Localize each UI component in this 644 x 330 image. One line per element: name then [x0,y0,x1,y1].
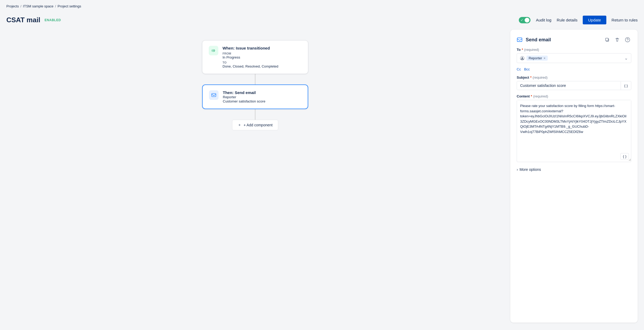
content-field: Please rate your satisfaction score by f… [517,100,631,162]
svg-rect-4 [606,38,608,41]
breadcrumb-settings[interactable]: Project settings [58,4,81,8]
toggle-check-icon: ✓ [521,18,523,22]
more-options-label: More options [520,167,541,172]
to-dropdown-arrow[interactable]: ⌄ [624,56,628,61]
panel-actions [604,36,631,43]
duplicate-icon [605,37,610,42]
email-action-icon [211,92,216,98]
return-to-rules-button[interactable]: Return to rules [612,16,638,24]
add-component-label: + Add component [243,123,272,127]
action-subject: Customer satisfaction score [223,99,265,103]
bcc-link[interactable]: Bcc [524,67,530,71]
transition-icon [211,48,216,53]
subject-template-button[interactable]: { } [621,82,631,90]
more-options-toggle[interactable]: › More options [517,166,631,173]
svg-point-5 [625,38,630,42]
cc-link[interactable]: Cc [517,67,521,71]
action-title: Then: Send email [223,90,265,95]
content-field-group: Content * (required) Please rate your sa… [517,94,631,162]
content-template-button[interactable]: { } [620,153,629,160]
chevron-right-icon: › [517,167,518,172]
page-header: CSAT mail ENABLED ✓ Audit log Rule detai… [0,12,644,30]
help-button[interactable] [624,36,631,43]
svg-point-8 [522,57,523,58]
panel-title: Send email [526,37,601,43]
trigger-node-info: When: Issue transitioned FROM In Progres… [223,46,278,68]
duplicate-button[interactable] [604,36,611,43]
content-field-label: Content * (required) [517,94,631,98]
reporter-tag: Reporter × [526,56,548,61]
breadcrumb-projects[interactable]: Projects [6,4,19,8]
breadcrumb-itsm[interactable]: ITSM sample space [23,4,54,8]
page-title: CSAT mail [6,16,40,24]
svg-point-0 [213,50,214,51]
enabled-toggle[interactable]: ✓ [519,17,530,23]
reporter-avatar-icon [520,56,524,60]
add-component-button[interactable]: ＋ + Add component [232,120,278,130]
to-field-group: To * (required) Reporter × ⌄ [517,48,631,63]
plus-icon: ＋ [238,123,241,127]
breadcrumb-sep-1: / [20,4,21,8]
cc-bcc-links: Cc Bcc [517,67,631,71]
trigger-node[interactable]: When: Issue transitioned FROM In Progres… [202,40,308,74]
canvas: When: Issue transitioned FROM In Progres… [6,30,504,328]
to-field[interactable]: Reporter × ⌄ [517,53,631,63]
update-button[interactable]: Update [583,16,606,24]
trigger-icon-wrap [209,46,218,55]
from-label: FROM [223,52,278,55]
trigger-title: When: Issue transitioned [223,46,278,50]
panel-header: Send email [517,36,631,43]
action-recipient: Reporter [223,95,265,99]
remove-reporter-button[interactable]: × [544,56,546,60]
audit-log-link[interactable]: Audit log [536,18,551,22]
breadcrumb: Projects / ITSM sample space / Project s… [0,0,644,12]
to-label: TO [223,61,278,64]
panel-email-icon [517,37,523,43]
subject-field: { } [517,81,631,90]
rule-details-link[interactable]: Rule details [557,18,577,22]
subject-field-label: Subject * (required) [517,75,631,79]
connector-line-2 [255,109,255,120]
action-icon-wrap [209,90,219,100]
help-icon [625,37,630,42]
subject-field-group: Subject * (required) { } [517,75,631,90]
action-node[interactable]: Then: Send email Reporter Customer satis… [202,84,308,109]
enabled-badge: ENABLED [45,18,61,22]
breadcrumb-sep-2: / [55,4,56,8]
to-field-inner: Reporter × [520,56,548,61]
side-panel: Send email [510,30,638,323]
reporter-label: Reporter [529,56,542,60]
svg-rect-1 [212,93,216,97]
main-content: When: Issue transitioned FROM In Progres… [0,30,644,328]
delete-button[interactable] [614,36,621,43]
to-value: Done, Closed, Resolved, Completed [223,64,278,68]
action-node-info: Then: Send email Reporter Customer satis… [223,90,265,103]
svg-point-6 [627,41,628,41]
subject-input[interactable] [517,81,621,90]
content-textarea[interactable]: Please rate your satisfaction score by f… [517,100,631,161]
connector-line [255,74,255,84]
to-field-label: To * (required) [517,48,631,52]
from-value: In Progress [223,55,278,59]
toggle-wrap[interactable]: ✓ [519,17,530,23]
header-actions: ✓ Audit log Rule details Update Return t… [519,16,638,24]
svg-rect-2 [517,38,522,42]
trash-icon [615,37,620,42]
